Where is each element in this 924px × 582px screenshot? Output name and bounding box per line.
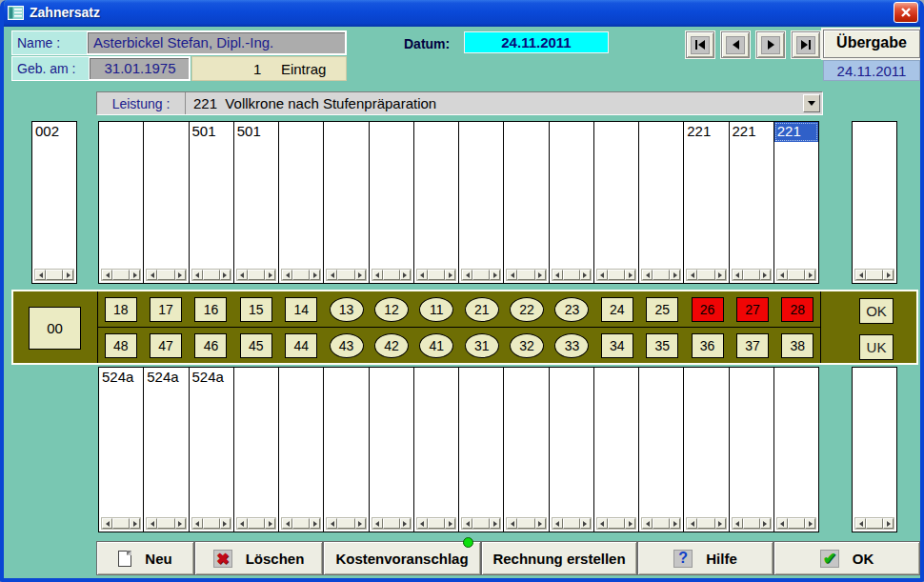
tooth-37-button[interactable]: 37	[736, 333, 769, 358]
entry-cell[interactable]: 221	[684, 122, 728, 142]
scroll-left-icon[interactable]	[462, 518, 472, 529]
column-scrollbar[interactable]	[146, 517, 186, 530]
tooth-18-button[interactable]: 18	[105, 297, 137, 322]
entry-column[interactable]	[459, 368, 504, 532]
ok-button[interactable]: ✔OK	[773, 541, 920, 575]
column-scrollbar[interactable]	[236, 269, 276, 281]
tooth-14-button[interactable]: 14	[285, 297, 317, 322]
entry-cell[interactable]: 524a	[144, 368, 188, 388]
scroll-thumb[interactable]	[866, 270, 883, 280]
entry-column[interactable]	[594, 368, 639, 532]
column-scrollbar[interactable]	[461, 517, 501, 530]
scroll-right-icon[interactable]	[490, 270, 500, 280]
entry-column[interactable]	[684, 368, 729, 532]
scroll-left-icon[interactable]	[552, 270, 563, 280]
rechnung-erstellen-button[interactable]: Rechnung erstellen	[481, 541, 637, 575]
entry-column[interactable]: 501	[234, 122, 279, 283]
scroll-thumb[interactable]	[697, 270, 714, 280]
column-scrollbar[interactable]	[416, 269, 456, 281]
loeschen-button[interactable]: ✖Löschen	[194, 541, 323, 575]
scroll-thumb[interactable]	[248, 270, 265, 280]
scroll-right-icon[interactable]	[265, 270, 275, 280]
scroll-left-icon[interactable]	[507, 270, 517, 280]
entry-cell[interactable]	[594, 122, 638, 142]
column-scrollbar[interactable]	[686, 269, 726, 281]
scroll-thumb[interactable]	[203, 270, 220, 280]
entry-column[interactable]: 501	[190, 122, 234, 283]
scroll-left-icon[interactable]	[687, 270, 697, 280]
scroll-thumb[interactable]	[292, 270, 310, 280]
scroll-right-icon[interactable]	[265, 518, 275, 529]
entry-cell[interactable]: 524a	[99, 368, 143, 388]
tooth-46-button[interactable]: 46	[194, 333, 227, 358]
scroll-left-icon[interactable]	[552, 518, 563, 529]
entry-cell[interactable]: 501	[190, 122, 233, 142]
next-record-button[interactable]	[756, 31, 785, 58]
column-scrollbar[interactable]	[236, 517, 276, 530]
column-scrollbar[interactable]	[641, 517, 681, 530]
entry-column[interactable]	[504, 368, 549, 532]
uebergabe-button[interactable]: Übergabe	[823, 30, 920, 58]
first-record-button[interactable]	[686, 31, 714, 58]
entry-column[interactable]	[550, 122, 594, 283]
leistung-value[interactable]: 221 Vollkrone nach Stufenpräparation	[186, 92, 803, 114]
tooth-28-button[interactable]: 28	[781, 297, 814, 322]
column-scrollbar[interactable]	[732, 517, 772, 530]
entry-column[interactable]	[504, 122, 549, 283]
column-scrollbar[interactable]	[34, 269, 74, 281]
previous-record-button[interactable]	[721, 31, 750, 58]
scroll-right-icon[interactable]	[760, 518, 771, 529]
entry-cell[interactable]	[234, 368, 278, 388]
entry-column[interactable]	[774, 368, 818, 532]
entry-cell[interactable]	[853, 368, 896, 388]
entry-cell[interactable]	[370, 368, 413, 388]
entry-cell[interactable]	[144, 122, 188, 142]
entry-cell[interactable]: 221	[730, 122, 773, 142]
column-scrollbar[interactable]	[596, 269, 636, 281]
column-scrollbar[interactable]	[854, 517, 894, 530]
entry-cell[interactable]	[639, 368, 683, 388]
entry-column[interactable]	[324, 368, 369, 532]
scroll-right-icon[interactable]	[310, 270, 320, 280]
scroll-thumb[interactable]	[866, 518, 883, 529]
scroll-thumb[interactable]	[292, 518, 310, 529]
scroll-right-icon[interactable]	[220, 518, 231, 529]
tooth-13-button[interactable]: 13	[330, 297, 364, 322]
scroll-left-icon[interactable]	[777, 518, 788, 529]
entry-column[interactable]	[324, 122, 369, 283]
scroll-thumb[interactable]	[46, 270, 63, 280]
entry-column[interactable]	[279, 122, 324, 283]
entry-column[interactable]	[459, 122, 504, 283]
scroll-left-icon[interactable]	[147, 518, 157, 529]
close-button[interactable]	[894, 2, 918, 23]
entry-column[interactable]	[279, 368, 324, 532]
scroll-thumb[interactable]	[517, 270, 534, 280]
scroll-right-icon[interactable]	[670, 518, 680, 529]
scroll-left-icon[interactable]	[733, 270, 743, 280]
tooth-34-button[interactable]: 34	[601, 333, 633, 358]
scroll-left-icon[interactable]	[733, 518, 743, 529]
scroll-left-icon[interactable]	[102, 518, 112, 529]
scroll-left-icon[interactable]	[282, 270, 292, 280]
tooth-23-button[interactable]: 23	[554, 297, 589, 322]
upper-right-column[interactable]	[852, 121, 897, 284]
scroll-right-icon[interactable]	[625, 518, 635, 529]
scroll-right-icon[interactable]	[490, 518, 500, 529]
scroll-thumb[interactable]	[383, 270, 400, 280]
scroll-left-icon[interactable]	[462, 270, 472, 280]
scroll-thumb[interactable]	[472, 270, 490, 280]
tooth-24-button[interactable]: 24	[601, 297, 633, 322]
scroll-thumb[interactable]	[743, 518, 760, 529]
column-scrollbar[interactable]	[372, 269, 412, 281]
column-scrollbar[interactable]	[506, 517, 546, 530]
entry-column[interactable]: 524a	[144, 368, 189, 532]
scroll-left-icon[interactable]	[597, 270, 608, 280]
entry-cell[interactable]	[504, 368, 548, 388]
scroll-right-icon[interactable]	[715, 518, 726, 529]
scroll-right-icon[interactable]	[670, 270, 680, 280]
scroll-right-icon[interactable]	[63, 270, 73, 280]
entry-cell[interactable]	[459, 368, 503, 388]
last-record-button[interactable]	[792, 31, 820, 58]
scroll-right-icon[interactable]	[580, 518, 591, 529]
scroll-left-icon[interactable]	[507, 518, 517, 529]
